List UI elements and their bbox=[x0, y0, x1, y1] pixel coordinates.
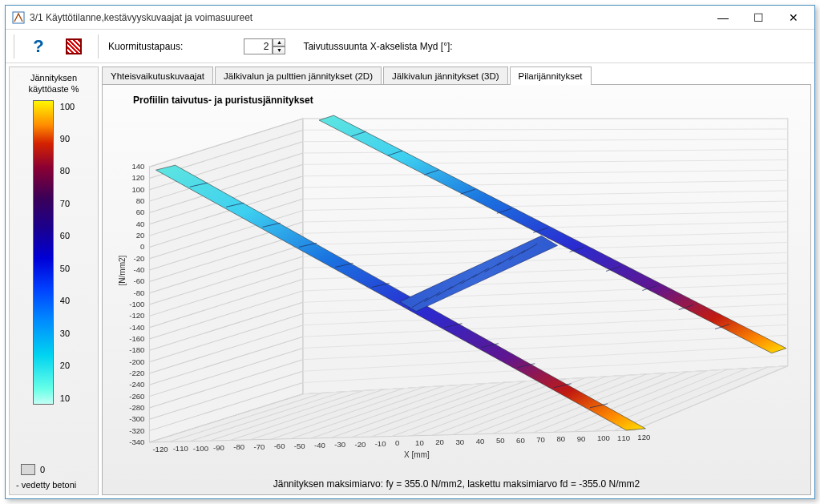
svg-text:-180: -180 bbox=[129, 345, 144, 354]
legend-ticks: 100 90 80 70 60 50 40 30 20 10 bbox=[60, 100, 75, 405]
svg-text:110: 110 bbox=[617, 433, 630, 442]
svg-text:90: 90 bbox=[577, 434, 586, 443]
svg-text:70: 70 bbox=[536, 435, 545, 444]
spinner-up[interactable]: ▲ bbox=[273, 38, 285, 46]
svg-text:-40: -40 bbox=[134, 265, 145, 274]
svg-text:-90: -90 bbox=[213, 443, 224, 452]
toolbar: ? Kuormitustapaus: ▲▼ Taivutussuunta X-a… bbox=[6, 30, 814, 63]
y-axis-label: [N/mm2] bbox=[118, 255, 127, 285]
svg-text:-80: -80 bbox=[134, 288, 145, 297]
svg-text:-120: -120 bbox=[129, 311, 144, 320]
tab-column-stresses[interactable]: Pilarijännitykset bbox=[510, 67, 592, 85]
svg-text:100: 100 bbox=[597, 433, 610, 442]
window-title: 3/1 Käyttötilanne,kestävyyskuvaajat ja v… bbox=[30, 12, 705, 23]
legend-tick: 20 bbox=[60, 361, 75, 370]
help-icon: ? bbox=[33, 36, 43, 57]
svg-text:-50: -50 bbox=[294, 442, 305, 450]
bending-direction-label: Taivutussuunta X-akselista Myd [°]: bbox=[303, 41, 452, 52]
close-button[interactable]: ✕ bbox=[776, 6, 811, 29]
svg-text:-20: -20 bbox=[354, 440, 366, 449]
load-case-label: Kuormitustapaus: bbox=[108, 41, 183, 52]
legend-zero-swatch bbox=[21, 464, 35, 475]
svg-text:60: 60 bbox=[136, 208, 145, 216]
svg-text:-140: -140 bbox=[129, 323, 144, 332]
legend-panel: Jännityksen käyttöaste % 100 90 80 70 60… bbox=[9, 67, 99, 495]
svg-text:-200: -200 bbox=[129, 357, 144, 366]
svg-text:140: 140 bbox=[131, 162, 144, 171]
svg-text:-10: -10 bbox=[375, 439, 386, 448]
svg-text:-30: -30 bbox=[334, 440, 345, 449]
chart-title: Profiilin taivutus- ja puristusjännityks… bbox=[133, 95, 804, 106]
toolbar-separator bbox=[98, 34, 99, 58]
svg-text:0: 0 bbox=[140, 242, 144, 251]
tab-3d-stresses[interactable]: Jälkivalun jännitykset (3D) bbox=[383, 67, 508, 85]
svg-text:-60: -60 bbox=[274, 442, 285, 450]
svg-text:60: 60 bbox=[516, 436, 525, 445]
legend-tick: 100 bbox=[60, 102, 75, 111]
svg-text:-100: -100 bbox=[193, 444, 208, 453]
minimize-button[interactable]: — bbox=[705, 6, 741, 29]
content-body: Jännityksen käyttöaste % 100 90 80 70 60… bbox=[6, 63, 814, 498]
legend-tick: 30 bbox=[60, 329, 75, 338]
profile-button[interactable] bbox=[59, 34, 88, 59]
tab-bar: Yhteisvaikutuskuvaajat Jälkivalun ja pul… bbox=[102, 67, 811, 85]
legend-zero-label: 0 bbox=[40, 465, 45, 474]
svg-text:80: 80 bbox=[136, 196, 145, 205]
tab-combined[interactable]: Yhteisvaikutuskuvaajat bbox=[102, 67, 213, 85]
svg-text:-80: -80 bbox=[233, 442, 244, 451]
svg-text:-100: -100 bbox=[129, 300, 144, 308]
svg-text:80: 80 bbox=[557, 434, 566, 443]
app-icon bbox=[12, 11, 25, 24]
svg-text:-320: -320 bbox=[129, 426, 144, 435]
legend-tick: 90 bbox=[60, 134, 75, 143]
toolbar-separator bbox=[14, 34, 14, 58]
svg-text:120: 120 bbox=[131, 174, 144, 183]
svg-text:50: 50 bbox=[496, 436, 505, 445]
svg-text:-340: -340 bbox=[129, 437, 144, 446]
svg-text:0: 0 bbox=[395, 438, 399, 447]
legend-tick: 70 bbox=[60, 199, 75, 208]
svg-text:-220: -220 bbox=[129, 369, 144, 377]
spinner-down[interactable]: ▼ bbox=[273, 46, 285, 54]
legend-title: Jännityksen käyttöaste % bbox=[13, 72, 95, 95]
load-case-input[interactable] bbox=[244, 38, 273, 54]
svg-text:-120: -120 bbox=[152, 445, 168, 454]
svg-text:-40: -40 bbox=[314, 441, 325, 450]
svg-text:30: 30 bbox=[455, 437, 464, 446]
svg-text:-160: -160 bbox=[129, 334, 144, 343]
tab-content: Profiilin taivutus- ja puristusjännityks… bbox=[102, 84, 811, 495]
legend-tick: 60 bbox=[60, 231, 75, 240]
svg-text:120: 120 bbox=[637, 433, 650, 442]
svg-text:20: 20 bbox=[435, 437, 444, 446]
legend-caption: - vedetty betoni bbox=[16, 480, 76, 490]
legend-tick: 50 bbox=[60, 264, 75, 273]
svg-text:20: 20 bbox=[136, 231, 145, 240]
svg-text:100: 100 bbox=[131, 185, 144, 194]
svg-text:-260: -260 bbox=[129, 392, 144, 401]
svg-text:-300: -300 bbox=[129, 414, 144, 423]
legend-gradient bbox=[33, 100, 54, 405]
svg-text:10: 10 bbox=[415, 438, 424, 447]
app-window: 3/1 Käyttötilanne,kestävyyskuvaajat ja v… bbox=[5, 5, 815, 499]
legend-zero: 0 bbox=[21, 464, 45, 475]
legend-tick: 40 bbox=[60, 296, 75, 305]
chart-footer: Jännityksen maksimiarvo: fy = 355.0 N/mm… bbox=[103, 478, 810, 490]
svg-text:-280: -280 bbox=[129, 403, 144, 412]
svg-text:-70: -70 bbox=[253, 442, 265, 451]
svg-text:40: 40 bbox=[136, 220, 145, 228]
svg-text:40: 40 bbox=[476, 437, 485, 446]
chart-3d-area[interactable]: 140120100806040200-20-40-60-80-100-120-1… bbox=[109, 109, 804, 462]
svg-text:-240: -240 bbox=[129, 380, 144, 389]
svg-text:-110: -110 bbox=[173, 444, 188, 453]
svg-marker-2 bbox=[303, 119, 788, 394]
legend-tick: 80 bbox=[60, 166, 75, 175]
tab-2d-stresses[interactable]: Jälkivalun ja pulttien jännitykset (2D) bbox=[215, 67, 382, 85]
titlebar: 3/1 Käyttötilanne,kestävyyskuvaajat ja v… bbox=[6, 6, 814, 30]
legend-tick: 10 bbox=[60, 393, 75, 403]
load-case-spinner[interactable]: ▲▼ bbox=[244, 38, 285, 54]
maximize-button[interactable]: ☐ bbox=[741, 6, 776, 29]
help-button[interactable]: ? bbox=[24, 34, 53, 59]
svg-text:-60: -60 bbox=[134, 276, 145, 285]
x-axis-label: X [mm] bbox=[404, 450, 430, 459]
profile-icon bbox=[66, 38, 82, 54]
